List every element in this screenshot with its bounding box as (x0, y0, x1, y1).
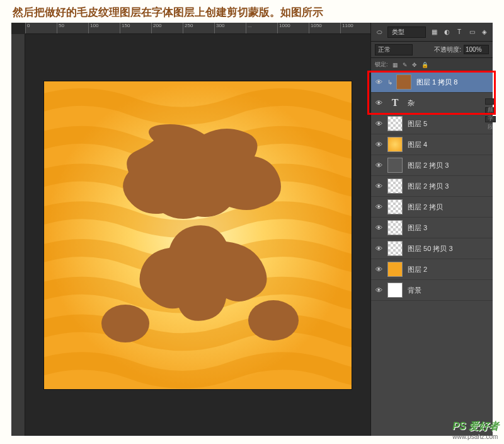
lock-trans-icon[interactable]: ▦ (392, 62, 398, 68)
instruction-text: 然后把做好的毛皮纹理图层在字体图层上创建剪切蒙版。如图所示 (0, 0, 504, 25)
lock-label: 锁定: (375, 61, 388, 69)
filter-icon[interactable]: ⬭ (375, 28, 384, 37)
layer-thumbnail[interactable] (387, 241, 403, 256)
layer-name-label[interactable]: 图层 2 拷贝 3 (408, 161, 449, 170)
visibility-eye-icon[interactable]: 👁 (374, 119, 384, 129)
layer-row[interactable]: 👁图层 5 (371, 114, 493, 134)
layer-row[interactable]: 👁背景 (371, 280, 493, 301)
layer-name-label[interactable]: 杂 (408, 98, 415, 108)
side-tab-char[interactable]: 字 (485, 107, 496, 114)
vertical-ruler (11, 34, 25, 436)
layer-name-label[interactable]: 图层 2 拷贝 (408, 202, 443, 212)
layer-name-label[interactable]: 图层 1 拷贝 8 (416, 78, 457, 87)
layer-name-label[interactable]: 图层 2 拷贝 3 (408, 182, 449, 191)
layer-thumbnail[interactable] (387, 137, 403, 152)
visibility-eye-icon[interactable]: 👁 (374, 181, 384, 191)
layer-row[interactable]: 👁图层 2 (371, 259, 493, 280)
visibility-eye-icon[interactable]: 👁 (374, 98, 384, 108)
watermark: PS 爱好者 www.psahz.com (452, 420, 499, 440)
visibility-eye-icon[interactable]: 👁 (374, 139, 384, 149)
side-collapsed-panels: 颜 字 段 (485, 98, 494, 125)
svg-point-1 (248, 300, 299, 341)
filter-smart-icon[interactable]: ◈ (480, 28, 489, 37)
layer-thumbnail[interactable] (387, 199, 403, 214)
layer-thumbnail[interactable] (387, 116, 403, 131)
lock-all-icon[interactable]: 🔒 (421, 62, 428, 68)
filter-type-icon[interactable]: T (455, 28, 464, 37)
filter-shape-icon[interactable]: ▭ (467, 28, 476, 37)
svg-point-0 (101, 305, 149, 342)
watermark-main: PS 爱好者 (452, 421, 499, 431)
layer-row[interactable]: 👁图层 50 拷贝 3 (371, 238, 493, 259)
visibility-eye-icon[interactable]: 👁 (374, 77, 384, 87)
visibility-eye-icon[interactable]: 👁 (374, 285, 384, 295)
layer-row[interactable]: 👁图层 2 拷贝 3 (371, 176, 493, 197)
layer-thumbnail[interactable] (387, 283, 403, 298)
visibility-eye-icon[interactable]: 👁 (374, 223, 384, 233)
blend-mode-select[interactable]: 正常 (375, 44, 413, 56)
layer-row[interactable]: 👁图层 2 拷贝 (371, 197, 493, 218)
layer-name-label[interactable]: 图层 2 (408, 265, 427, 274)
canvas-area[interactable] (25, 34, 370, 436)
layer-thumbnail[interactable] (387, 262, 403, 277)
layer-name-label[interactable]: 背景 (408, 286, 421, 295)
type-layer-icon: T (387, 95, 403, 110)
visibility-eye-icon[interactable]: 👁 (374, 160, 384, 170)
photoshop-window: 0 50 100 150 200 250 300 ... 1000 1050 1… (11, 23, 493, 436)
layer-name-label[interactable]: 图层 3 (408, 223, 427, 233)
canvas[interactable] (43, 81, 352, 390)
layer-row[interactable]: 👁图层 2 拷贝 3 (371, 155, 493, 176)
side-tab-para[interactable]: 段 (485, 116, 496, 122)
lock-paint-icon[interactable]: ✎ (403, 62, 408, 68)
character-shape (91, 122, 305, 349)
layer-name-label[interactable]: 图层 5 (408, 119, 427, 129)
layer-row[interactable]: 👁T杂 (371, 93, 493, 114)
panel-lock-row: 锁定: ▦ ✎ ✥ 🔒 (371, 58, 493, 72)
opacity-input[interactable]: 100% (464, 45, 489, 54)
visibility-eye-icon[interactable]: 👁 (374, 264, 384, 274)
layer-thumbnail[interactable] (396, 74, 411, 90)
visibility-eye-icon[interactable]: 👁 (374, 243, 384, 254)
clip-indent-icon: ↳ (387, 79, 396, 86)
filter-adjust-icon[interactable]: ◐ (442, 28, 451, 37)
side-tab-color[interactable]: 颜 (485, 98, 496, 105)
layer-name-label[interactable]: 图层 4 (408, 140, 427, 149)
layer-thumbnail[interactable] (387, 220, 403, 235)
panel-top-row: ⬭ 类型 ▦ ◐ T ▭ ◈ (371, 23, 493, 42)
visibility-eye-icon[interactable]: 👁 (374, 202, 384, 212)
layer-thumbnail[interactable] (387, 158, 403, 173)
opacity-label: 不透明度: (434, 45, 461, 54)
layers-panel: ⬭ 类型 ▦ ◐ T ▭ ◈ 正常 不透明度: 100% 锁定: ▦ ✎ ✥ 🔒… (370, 23, 493, 436)
panel-blend-row: 正常 不透明度: 100% (371, 42, 493, 58)
layer-row[interactable]: 👁↳图层 1 拷贝 8 (371, 72, 493, 93)
layer-row[interactable]: 👁图层 4 (371, 134, 493, 155)
layer-thumbnail[interactable] (387, 178, 403, 194)
watermark-url: www.psahz.com (452, 433, 499, 440)
filter-pixel-icon[interactable]: ▦ (430, 28, 438, 37)
layers-list: 👁↳图层 1 拷贝 8👁T杂👁图层 5👁图层 4👁图层 2 拷贝 3👁图层 2 … (371, 72, 493, 301)
lock-pos-icon[interactable]: ✥ (412, 62, 417, 68)
layer-name-label[interactable]: 图层 50 拷贝 3 (408, 244, 453, 254)
layer-row[interactable]: 👁图层 3 (371, 218, 493, 238)
kind-select[interactable]: 类型 (387, 26, 426, 38)
